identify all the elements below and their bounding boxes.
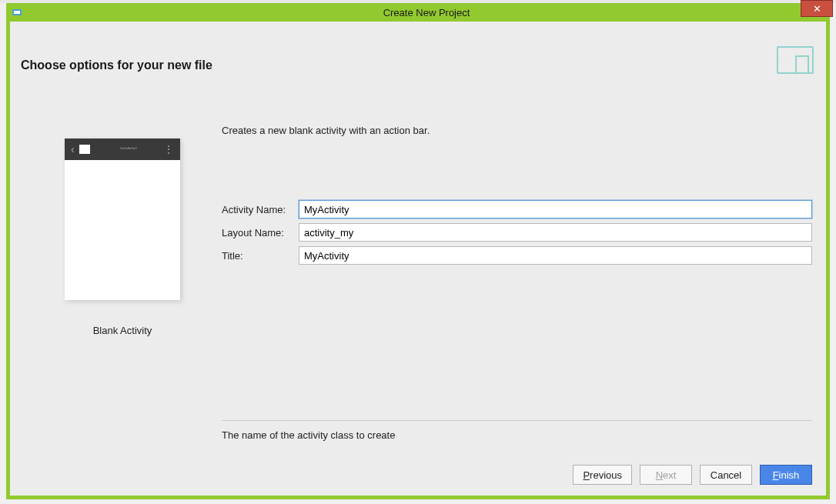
overflow-icon: ⋮	[163, 143, 174, 155]
page-heading: Choose options for your new file	[21, 58, 212, 72]
app-icon	[11, 6, 23, 18]
field-hint: The name of the activity class to create	[222, 429, 395, 441]
row-activity-name: Activity Name:	[222, 200, 812, 219]
row-title: Title:	[222, 246, 812, 265]
svg-rect-1	[14, 11, 20, 14]
previous-button[interactable]: Previous	[573, 465, 632, 485]
window-title: Create New Project	[23, 7, 830, 18]
label-layout-name: Layout Name:	[222, 227, 299, 239]
zigzag-icon: 〰〰	[95, 144, 159, 155]
next-button: Next	[640, 465, 692, 485]
finish-label-rest: inish	[779, 469, 800, 481]
input-layout-name[interactable]	[299, 223, 812, 242]
back-icon: ‹	[71, 143, 75, 155]
create-project-dialog: Create New Project ✕ Choose options for …	[6, 3, 830, 499]
label-title: Title:	[222, 250, 299, 262]
template-name: Blank Activity	[64, 325, 181, 336]
titlebar: Create New Project ✕	[6, 3, 830, 22]
form: Activity Name: Layout Name: Title:	[222, 200, 812, 269]
mouse-cursor-icon: ↖	[801, 500, 811, 504]
phone-actionbar: ‹ 〰〰 ⋮	[65, 139, 180, 160]
template-description: Creates a new blank activity with an act…	[222, 125, 430, 136]
label-activity-name: Activity Name:	[222, 204, 299, 215]
close-button[interactable]: ✕	[801, 0, 833, 17]
hint-divider	[222, 420, 812, 421]
phone-mock: ‹ 〰〰 ⋮	[65, 139, 180, 300]
app-logo-icon	[79, 145, 90, 154]
row-layout-name: Layout Name:	[222, 223, 812, 242]
previous-label-rest: revious	[590, 469, 622, 481]
finish-button[interactable]: Finish	[760, 465, 812, 485]
button-bar: Previous Next Cancel Finish	[573, 465, 812, 485]
input-title[interactable]	[299, 246, 812, 265]
dialog-content: Choose options for your new file ‹ 〰〰 ⋮ …	[10, 22, 826, 496]
template-icon	[777, 46, 814, 74]
cancel-button[interactable]: Cancel	[700, 465, 752, 485]
close-icon: ✕	[813, 3, 821, 15]
next-label-rest: ext	[663, 469, 676, 481]
template-preview: ‹ 〰〰 ⋮ Blank Activity	[64, 139, 181, 336]
input-activity-name[interactable]	[299, 200, 812, 219]
